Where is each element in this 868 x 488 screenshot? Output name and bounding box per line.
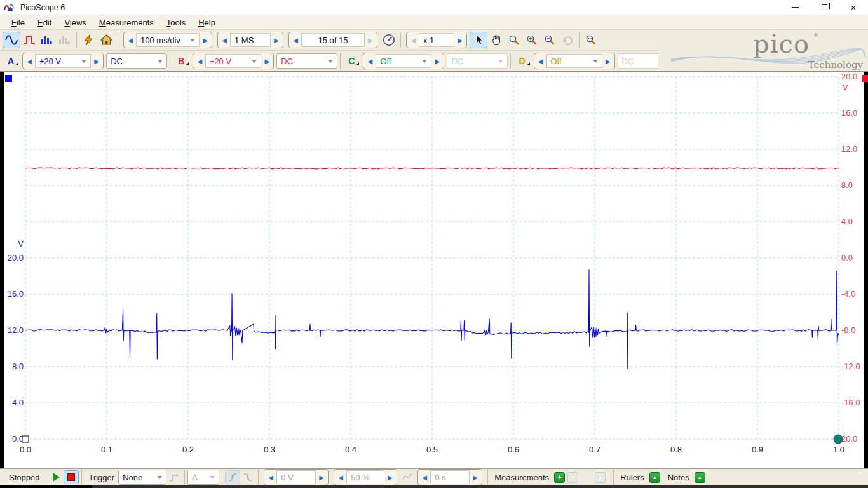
channel-a-coupling-select[interactable]: DC (106, 53, 167, 69)
menu-help[interactable]: Help (192, 16, 222, 29)
channel-a-zero-marker[interactable] (22, 436, 29, 442)
minimize-button[interactable] (780, 0, 810, 15)
normal-selection-tool-button[interactable] (470, 32, 487, 48)
buffer-value: 15 of 15 (318, 36, 348, 45)
channel-d-label[interactable]: D (519, 56, 529, 66)
timebase-select[interactable]: 100 ms/div (136, 33, 200, 47)
zoom-increase-button[interactable]: ▶ (454, 33, 466, 47)
pretrigger-group: ◀ 50 % ▶ (334, 469, 397, 485)
sine-wave-icon (5, 34, 18, 46)
auto-setup-button[interactable] (79, 32, 97, 48)
trigger-level-field: 0 V (276, 470, 316, 484)
app-icon (4, 3, 17, 13)
minus-icon: − (571, 474, 575, 481)
undo-zoom-button (559, 32, 576, 48)
channel-b-range-decrease-button[interactable]: ◀ (194, 54, 205, 68)
spectrum-view-button[interactable] (38, 32, 56, 48)
close-icon: × (851, 3, 857, 12)
trigger-mode-select[interactable]: None (118, 470, 166, 485)
rising-edge-icon (227, 472, 238, 482)
channel-b-range-select[interactable]: ±20 V (205, 54, 261, 68)
channel-a-range-decrease-button[interactable]: ◀ (24, 54, 35, 68)
logo-brand-text: pico (753, 30, 810, 58)
samples-increase-button[interactable]: ▶ (271, 33, 282, 47)
buffer-navigator-button[interactable] (380, 32, 398, 48)
channel-a-range-value: ±20 V (39, 57, 61, 66)
menu-file[interactable]: File (5, 16, 31, 29)
start-capture-button[interactable] (48, 470, 64, 484)
rulers-button[interactable]: ▲ (649, 472, 660, 483)
scope-view[interactable]: 20.016.012.08.04.00.0V20.016.012.08.04.0… (0, 72, 868, 468)
menu-tools[interactable]: Tools (160, 16, 192, 29)
trigger-marker-button (166, 470, 182, 484)
trigger-delay-decrease-button[interactable]: ◀ (419, 470, 430, 484)
close-button[interactable]: × (839, 0, 868, 15)
up-arrow-icon: ▲ (598, 475, 603, 480)
channel-d-range-increase-button[interactable]: ▶ (602, 54, 614, 68)
hand-icon (491, 34, 502, 46)
buffer-previous-button[interactable]: ◀ (290, 33, 301, 47)
notes-button[interactable]: ▲ (695, 472, 705, 483)
timebase-increase-button[interactable]: ▶ (200, 33, 211, 47)
channel-c-label[interactable]: C (348, 56, 359, 66)
restore-button[interactable] (810, 0, 839, 15)
zoom-overview-button[interactable] (582, 32, 600, 48)
marquee-zoom-tool-button[interactable] (505, 32, 523, 48)
falling-edge-icon (243, 472, 253, 482)
restore-icon (822, 4, 827, 10)
lightning-icon (83, 34, 94, 46)
menu-measurements[interactable]: Measurements (93, 16, 160, 29)
right-axis-ruler-handle[interactable] (834, 435, 843, 444)
persistence-view-button[interactable] (20, 32, 38, 48)
chevron-down-icon (190, 39, 195, 42)
zoom-in-tool-button[interactable] (523, 32, 541, 48)
channel-c-range-increase-button[interactable]: ▶ (431, 54, 443, 68)
x-axis-tick-label: 0.3 (264, 445, 275, 454)
axis-tick-label: 12.0 (841, 144, 857, 154)
stop-capture-button[interactable] (64, 470, 79, 484)
samples-decrease-button[interactable]: ◀ (219, 33, 230, 47)
channel-c-range-decrease-button[interactable]: ◀ (364, 54, 376, 68)
add-measurement-button[interactable]: + (554, 472, 565, 483)
timebase-decrease-button[interactable]: ◀ (125, 33, 136, 47)
up-arrow-icon: ▲ (697, 475, 702, 480)
trigger-delay-group: ◀ 0 s ▶ (417, 469, 482, 485)
zoom-factor-field[interactable]: x 1 (419, 33, 454, 47)
delay-marker-icon (402, 472, 412, 482)
scope-view-button[interactable] (3, 32, 20, 48)
channel-b-label[interactable]: B (178, 56, 189, 66)
capture-state-label: Stopped (9, 473, 39, 482)
trigger-label: Trigger (88, 473, 114, 482)
trigger-level-increase-button[interactable]: ▶ (316, 470, 327, 484)
menu-views[interactable]: Views (58, 16, 92, 29)
channel-d-range-decrease-button[interactable]: ◀ (535, 54, 546, 68)
pretrigger-decrease-button[interactable]: ◀ (335, 470, 346, 484)
channel-a-range-increase-button[interactable]: ▶ (91, 54, 102, 68)
menu-edit[interactable]: Edit (31, 16, 58, 29)
left-axis-unit-label: V (18, 239, 24, 248)
channel-a-label[interactable]: A (8, 56, 18, 66)
home-button[interactable] (97, 32, 115, 48)
x-axis-tick-label: 0.9 (752, 445, 763, 454)
plus-icon: + (558, 474, 562, 481)
axis-tick-label: 4.0 (12, 398, 24, 407)
channel-c-range-select[interactable]: Off (376, 54, 431, 68)
samples-field[interactable]: 1 MS (230, 33, 271, 47)
channel-b-axis-marker[interactable] (862, 75, 868, 82)
channel-b-coupling-select[interactable]: DC (276, 53, 337, 69)
buffer-field[interactable]: 15 of 15 (301, 33, 365, 47)
channel-a-axis-marker[interactable] (5, 75, 12, 82)
channel-b-range-increase-button[interactable]: ▶ (261, 54, 273, 68)
channel-b-coupling-value: DC (281, 57, 293, 66)
trigger-delay-increase-button[interactable]: ▶ (470, 470, 481, 484)
hand-tool-button[interactable] (487, 32, 505, 48)
title-bar: PicoScope 6 × (0, 0, 868, 15)
zoom-out-tool-button[interactable] (541, 32, 559, 48)
pretrigger-increase-button[interactable]: ▶ (384, 470, 396, 484)
channel-d-range-select[interactable]: Off (546, 54, 602, 68)
measurements-label: Measurements (494, 473, 549, 482)
channel-a-range-select[interactable]: ±20 V (35, 54, 91, 68)
trigger-level-decrease-button[interactable]: ◀ (265, 470, 276, 484)
samples-group: ◀ 1 MS ▶ (217, 32, 283, 48)
channel-c-range-group: ◀ Off ▶ (363, 53, 444, 69)
